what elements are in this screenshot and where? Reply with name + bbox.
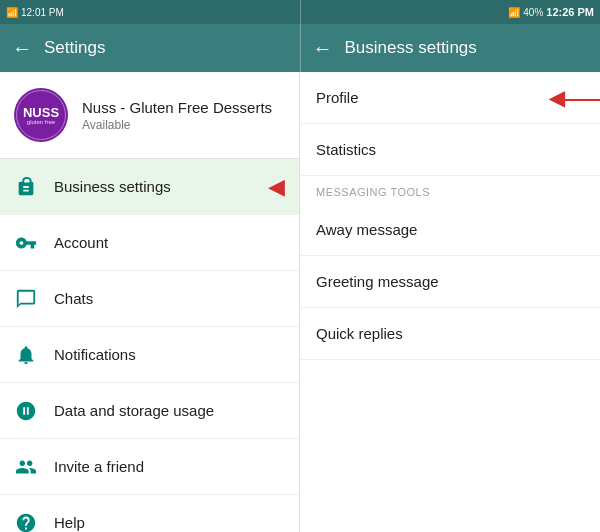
- bell-icon: [14, 343, 38, 367]
- business-settings-label: Business settings: [54, 178, 171, 195]
- right-signal-icon: 📶: [508, 7, 520, 18]
- right-menu-item-profile[interactable]: Profile ◀——: [300, 72, 600, 124]
- notifications-label: Notifications: [54, 346, 136, 363]
- quick-replies-label: Quick replies: [316, 325, 403, 342]
- left-panel: NUSS gluten free Nuss - Gluten Free Dess…: [0, 72, 300, 532]
- back-button-left[interactable]: ←: [12, 37, 32, 60]
- profile-availability: Available: [82, 118, 272, 132]
- menu-item-account[interactable]: Account: [0, 215, 299, 271]
- invite-label: Invite a friend: [54, 458, 144, 475]
- toolbar-left: ← Settings: [0, 24, 300, 72]
- menu-item-data-storage[interactable]: Data and storage usage: [0, 383, 299, 439]
- main-content: NUSS gluten free Nuss - Gluten Free Dess…: [0, 72, 600, 532]
- data-storage-label: Data and storage usage: [54, 402, 214, 419]
- briefcase-icon: [14, 175, 38, 199]
- toolbar: ← Settings ← Business settings: [0, 24, 600, 72]
- business-settings-title: Business settings: [345, 38, 477, 58]
- settings-title: Settings: [44, 38, 105, 58]
- profile-section[interactable]: NUSS gluten free Nuss - Gluten Free Dess…: [0, 72, 299, 159]
- right-panel: Profile ◀—— Statistics MESSAGING TOOLS A…: [300, 72, 600, 532]
- right-time: 12:26 PM: [546, 6, 594, 18]
- right-menu-item-quick-replies[interactable]: Quick replies: [300, 308, 600, 360]
- menu-item-invite[interactable]: Invite a friend: [0, 439, 299, 495]
- messaging-tools-header: MESSAGING TOOLS: [300, 176, 600, 204]
- red-arrow-business: ◀: [268, 174, 285, 200]
- profile-info: Nuss - Gluten Free Desserts Available: [82, 99, 272, 132]
- menu-item-notifications[interactable]: Notifications: [0, 327, 299, 383]
- key-icon: [14, 231, 38, 255]
- right-menu-item-greeting-message[interactable]: Greeting message: [300, 256, 600, 308]
- status-bar-right: 📶 40% 12:26 PM: [301, 0, 601, 24]
- people-icon: [14, 455, 38, 479]
- status-bar-left: 📶 12:01 PM: [0, 0, 300, 24]
- right-menu-item-statistics[interactable]: Statistics: [300, 124, 600, 176]
- greeting-message-label: Greeting message: [316, 273, 439, 290]
- away-message-label: Away message: [316, 221, 417, 238]
- red-arrow-profile: ◀——: [549, 86, 600, 110]
- help-icon: [14, 511, 38, 533]
- profile-label: Profile: [316, 89, 359, 106]
- profile-name: Nuss - Gluten Free Desserts: [82, 99, 272, 116]
- menu-item-help[interactable]: Help: [0, 495, 299, 532]
- menu-item-chats[interactable]: Chats: [0, 271, 299, 327]
- status-bars: 📶 12:01 PM 📶 40% 12:26 PM: [0, 0, 600, 24]
- left-time: 12:01 PM: [21, 7, 64, 18]
- help-label: Help: [54, 514, 85, 531]
- statistics-label: Statistics: [316, 141, 376, 158]
- left-signal-icon: 📶: [6, 7, 18, 18]
- avatar: NUSS gluten free: [14, 88, 68, 142]
- right-battery: 40%: [523, 7, 543, 18]
- right-menu-item-away-message[interactable]: Away message: [300, 204, 600, 256]
- account-label: Account: [54, 234, 108, 251]
- menu-item-business-settings[interactable]: Business settings ◀: [0, 159, 299, 215]
- chat-icon: [14, 287, 38, 311]
- chats-label: Chats: [54, 290, 93, 307]
- toolbar-right: ← Business settings: [301, 24, 601, 72]
- back-button-right[interactable]: ←: [313, 37, 333, 60]
- data-icon: [14, 399, 38, 423]
